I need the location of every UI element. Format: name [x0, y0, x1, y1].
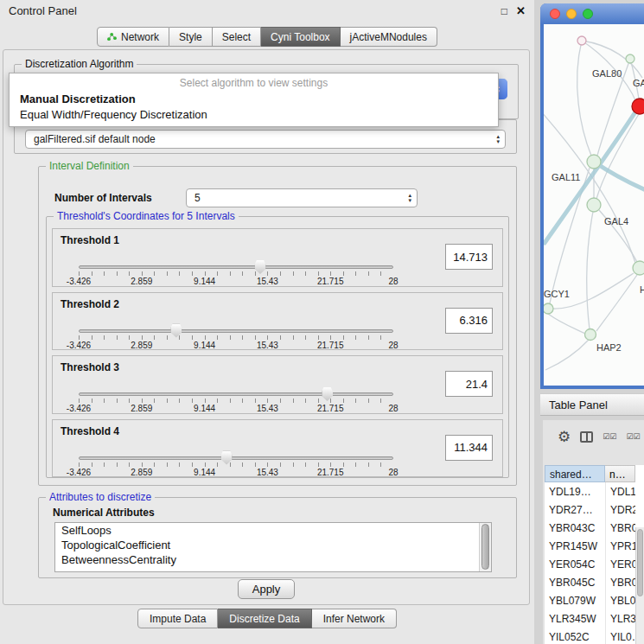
list-item[interactable]: SelfLoops: [55, 523, 491, 538]
table-data-select[interactable]: galFiltered.sif default node ▴ ▾: [25, 130, 506, 149]
cell-name[interactable]: YDR2…: [605, 501, 635, 519]
tab-network[interactable]: Network: [97, 27, 169, 47]
tab-style[interactable]: Style: [169, 27, 213, 47]
scale-tick-label: 15.43: [257, 341, 278, 350]
scale-tick-label: 28: [388, 277, 398, 286]
tab-label: Infer Network: [323, 613, 385, 625]
threshold-slider[interactable]: -3.426 2.859 9.144 15.43 21.715 28: [79, 451, 393, 477]
network-node[interactable]: [585, 329, 596, 341]
minimize-button[interactable]: [566, 9, 577, 19]
network-node-selected[interactable]: [632, 99, 644, 114]
close-icon[interactable]: ✕: [516, 4, 526, 17]
cell-shared-name[interactable]: YBL079W: [545, 591, 605, 609]
cell-shared-name[interactable]: YBR043C: [545, 519, 605, 537]
cell-shared-name[interactable]: YIL052C: [545, 628, 605, 644]
tab-discretize-data[interactable]: Discretize Data: [218, 609, 311, 628]
cell-shared-name[interactable]: YLR345W: [545, 609, 605, 628]
scale-tick-label: -3.426: [67, 468, 91, 477]
tab-jactivemodules[interactable]: jActiveMNodules: [341, 27, 437, 47]
cell-name[interactable]: YPR1…: [605, 537, 635, 555]
network-node[interactable]: [587, 155, 601, 169]
tab-impute-data[interactable]: Impute Data: [137, 609, 218, 628]
cell-shared-name[interactable]: YER054C: [545, 555, 605, 573]
table-row[interactable]: YER054C YER0…: [545, 555, 644, 573]
columns-icon[interactable]: [580, 431, 593, 443]
select-all-icon[interactable]: ☑☑: [603, 433, 616, 441]
cell-name[interactable]: YBL0…: [605, 591, 635, 609]
list-item[interactable]: BetweennessCentrality: [55, 552, 491, 567]
clear-selection-icon[interactable]: ☑☑: [626, 433, 640, 441]
slider-ticks: [79, 462, 393, 467]
cell-shared-name[interactable]: YPR145W: [545, 537, 605, 555]
column-header-shared-name[interactable]: shared…: [545, 465, 605, 482]
dropdown-option-manual-discretization[interactable]: Manual Discretization: [10, 92, 498, 107]
numerical-attributes-list[interactable]: SelfLoops TopologicalCoefficient Between…: [54, 522, 492, 572]
close-button[interactable]: [550, 9, 560, 19]
slider-track[interactable]: [79, 265, 393, 269]
apply-button[interactable]: Apply: [238, 579, 295, 599]
cell-shared-name[interactable]: YDR27…: [545, 501, 605, 519]
slider-track[interactable]: [79, 392, 393, 396]
window-controls: □ ✕: [501, 4, 526, 17]
network-edge[interactable]: [577, 41, 591, 156]
column-header-name[interactable]: n…: [605, 465, 635, 482]
network-node[interactable]: [626, 54, 634, 63]
number-of-intervals-select[interactable]: 5 ▴ ▾: [186, 188, 418, 207]
table-row[interactable]: YBR043C YBR0…: [545, 519, 644, 537]
network-edge[interactable]: [545, 340, 589, 370]
threshold-value-input[interactable]: [445, 244, 493, 270]
cell-shared-name[interactable]: YBR045C: [545, 573, 605, 591]
thresholds-group: Threshold's Coordinates for 5 Intervals …: [46, 216, 509, 478]
threshold-value-input[interactable]: [445, 435, 493, 461]
cell-name[interactable]: YBR0…: [605, 519, 635, 537]
cell-name[interactable]: YDL1…: [605, 482, 635, 501]
table-row[interactable]: YIL052C YIL0…: [545, 628, 644, 644]
list-item[interactable]: TopologicalCoefficient: [55, 538, 491, 552]
dropdown-option-equal-width-frequency[interactable]: Equal Width/Frequency Discretization: [10, 107, 498, 123]
threshold-slider[interactable]: -3.426 2.859 9.144 15.43 21.715 28: [79, 324, 393, 350]
float-icon[interactable]: □: [501, 5, 507, 17]
table-row[interactable]: YDL19… YDL1…: [545, 482, 644, 501]
list-scrollbar[interactable]: [479, 523, 491, 571]
scale-tick-label: 9.144: [194, 404, 215, 413]
threshold-label: Threshold 1: [61, 234, 119, 246]
network-edge[interactable]: [548, 314, 585, 334]
table-row[interactable]: YPR145W YPR1…: [545, 537, 644, 555]
network-node[interactable]: [587, 198, 601, 212]
control-panel: Control Panel □ ✕ Network Style Select C…: [0, 0, 534, 644]
network-node[interactable]: [633, 261, 644, 275]
table-row[interactable]: YLR345W YLR3…: [545, 609, 644, 628]
scale-tick-label: 21.715: [317, 341, 344, 350]
threshold-panel-1: Threshold 1 -3.426 2.859 9.144 15.43 21.…: [52, 228, 503, 287]
cell-name[interactable]: YLR3…: [605, 609, 635, 628]
slider-track[interactable]: [79, 456, 393, 460]
node-label: GAL11: [552, 172, 580, 182]
threshold-value-input[interactable]: [445, 308, 493, 334]
threshold-value-input[interactable]: [445, 371, 493, 397]
table-row[interactable]: YBL079W YBL0…: [545, 591, 644, 609]
zoom-button[interactable]: [583, 9, 593, 19]
scrollbar-thumb[interactable]: [481, 524, 489, 570]
table-row[interactable]: YDR27… YDR2…: [545, 501, 644, 519]
cell-name[interactable]: YIL0…: [605, 628, 635, 644]
scale-tick-label: 9.144: [194, 277, 215, 286]
network-node[interactable]: [544, 303, 553, 314]
scrollbar-thumb[interactable]: [637, 529, 643, 596]
cell-name[interactable]: YBR0…: [605, 573, 635, 591]
slider-track[interactable]: [79, 329, 393, 333]
threshold-slider[interactable]: -3.426 2.859 9.144 15.43 21.715 28: [79, 260, 393, 286]
table-scrollbar[interactable]: [635, 527, 644, 644]
tab-cyni-toolbox[interactable]: Cyni Toolbox: [261, 27, 340, 47]
network-window-titlebar[interactable]: [540, 3, 644, 24]
tab-infer-network[interactable]: Infer Network: [312, 609, 397, 628]
tab-select[interactable]: Select: [213, 27, 261, 47]
cell-shared-name[interactable]: YDL19…: [545, 482, 605, 501]
threshold-slider[interactable]: -3.426 2.859 9.144 15.43 21.715 28: [79, 387, 393, 413]
threshold-panel-3: Threshold 3 -3.426 2.859 9.144 15.43 21.…: [52, 355, 503, 414]
network-canvas[interactable]: GAL80 GA GAL11 GAL4 GCY1 H HAP2: [544, 24, 644, 386]
gear-icon[interactable]: ⚙: [558, 430, 571, 444]
table-row[interactable]: YBR045C YBR0…: [545, 573, 644, 591]
cell-name[interactable]: YER0…: [605, 555, 635, 573]
network-node[interactable]: [577, 36, 586, 45]
network-edge[interactable]: [587, 212, 593, 329]
